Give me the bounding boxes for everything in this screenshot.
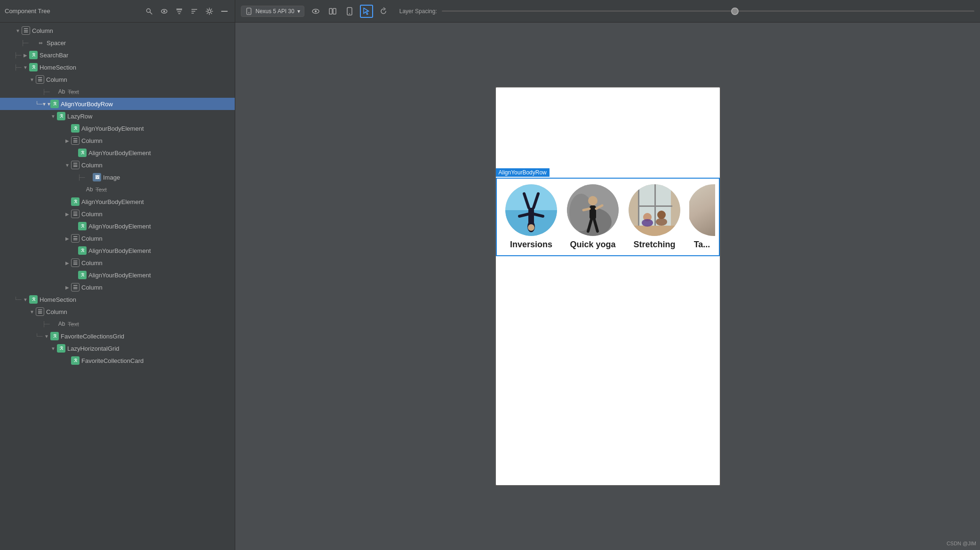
tree-item-column3[interactable]: ☰ Column	[0, 159, 235, 171]
arrow-column-hs2[interactable]	[28, 308, 36, 315]
tree-item-column-hs2[interactable]: ☰ Column	[0, 306, 235, 318]
tree-item-column7[interactable]: ☰ Column	[0, 281, 235, 293]
preview-eye-icon[interactable]	[309, 5, 322, 18]
preview-area: AlignYourBodyRow	[235, 23, 980, 550]
eye-icon[interactable]	[159, 6, 170, 17]
item-label-partial: Ta...	[694, 240, 710, 250]
arrow-column7[interactable]	[64, 283, 71, 291]
arrow-alignyourbodyrow[interactable]: ▼	[43, 100, 50, 108]
tree-item-text-hs2[interactable]: ├─ Ab Text	[0, 318, 235, 330]
tree-item-column6[interactable]: ☰ Column	[0, 257, 235, 269]
component-icon-alignelement1: ℛ	[71, 124, 80, 133]
tree-item-column2[interactable]: ☰ Column	[0, 134, 235, 147]
arrow-lazyhorizontalgrid[interactable]	[49, 345, 57, 352]
device-selector[interactable]: Nexus 5 API 30 ▾	[241, 6, 304, 17]
item-label-column-hs2: Column	[46, 308, 67, 315]
arrow-column3[interactable]	[64, 161, 71, 169]
item-label-alignyourbodyrow: AlignYourBodyRow	[61, 101, 113, 108]
column-icon6: ☰	[71, 259, 80, 267]
tree-item-alignelement3[interactable]: ℛ AlignYourBodyElement	[0, 196, 235, 208]
circle-stretching	[629, 184, 680, 236]
tree-item-alignelement2[interactable]: ℛ AlignYourBodyElement	[0, 147, 235, 159]
tree-item-searchbar[interactable]: ├─ ℛ SearchBar	[0, 49, 235, 61]
phone-outline-icon[interactable]	[343, 5, 356, 18]
item-label-inversions: Inversions	[510, 240, 552, 250]
tree-item-image[interactable]: ├─ 🖼 Image	[0, 171, 235, 183]
minimize-icon[interactable]	[219, 6, 230, 17]
column-icon: ☰	[22, 26, 30, 35]
tree-item-homesection2[interactable]: └─ ℛ HomeSection	[0, 293, 235, 306]
tree-item-homesection1[interactable]: ├─ ℛ HomeSection	[0, 61, 235, 73]
connector-text-hs2: ├─	[42, 321, 50, 327]
arrow-lazyrow[interactable]	[49, 112, 57, 120]
svg-point-16	[315, 10, 317, 12]
tree-item-lazyrow[interactable]: ℛ LazyRow	[0, 110, 235, 122]
item-label-alignelement4: AlignYourBodyElement	[88, 223, 151, 230]
arrow-alignelement6	[71, 271, 78, 279]
refresh-icon[interactable]	[377, 5, 390, 18]
column-icon3: ☰	[71, 161, 80, 169]
tree-item-alignelement5[interactable]: ℛ AlignYourBodyElement	[0, 244, 235, 257]
svg-rect-26	[528, 208, 534, 224]
item-label-homesection1: HomeSection	[40, 64, 76, 71]
arrow-homesection1[interactable]	[22, 63, 29, 71]
svg-point-53	[656, 218, 667, 226]
tree-item-favoritecollectioncard[interactable]: ℛ FavoriteCollectionCard	[0, 354, 235, 367]
tree-item-alignelement1[interactable]: ℛ AlignYourBodyElement	[0, 122, 235, 134]
arrow-homesection2[interactable]	[22, 296, 29, 303]
layer-spacing-slider[interactable]	[442, 7, 974, 16]
component-icon-alignelement5: ℛ	[78, 246, 87, 255]
svg-point-3	[163, 10, 165, 12]
arrow-column6[interactable]	[64, 259, 71, 267]
arrow-column2[interactable]	[64, 137, 71, 144]
tree-item-column4[interactable]: ☰ Column	[0, 208, 235, 220]
svg-point-31	[528, 224, 534, 231]
main-content: ☰ Column ├─ ⇔ Spacer ├─ ℛ SearchBar ├─ ℛ…	[0, 23, 980, 550]
arrow-searchbar[interactable]	[22, 51, 29, 59]
align-body-content: Inversions	[497, 179, 719, 255]
tree-item-text2[interactable]: Ab Text	[0, 183, 235, 196]
arrow-column-hs1[interactable]	[28, 76, 36, 83]
tree-item-lazyhorizontalgrid[interactable]: ℛ LazyHorizontalGrid	[0, 342, 235, 354]
tree-item-text-hs1[interactable]: ├─ Ab Text	[0, 86, 235, 98]
tree-item-alignelement6[interactable]: ℛ AlignYourBodyElement	[0, 269, 235, 281]
tree-item-alignyourbodyrow[interactable]: └─ ▼ ℛ AlignYourBodyRow	[0, 98, 235, 110]
component-icon-alignelement3: ℛ	[71, 197, 80, 206]
tree-item-alignelement4[interactable]: ℛ AlignYourBodyElement	[0, 220, 235, 232]
device-dropdown-icon[interactable]: ▾	[297, 8, 300, 15]
arrow-column4[interactable]	[64, 210, 71, 218]
component-tree-title: Component Tree	[5, 8, 50, 15]
tree-item-column-hs1[interactable]: ☰ Column	[0, 73, 235, 86]
arrow-favoritecollectionsgrid[interactable]	[43, 332, 50, 340]
arrow-column5[interactable]	[64, 235, 71, 242]
tree-item-spacer[interactable]: ├─ ⇔ Spacer	[0, 37, 235, 49]
sort-icon[interactable]	[189, 6, 200, 17]
arrow-alignelement2	[71, 149, 78, 157]
mirror-icon[interactable]	[326, 5, 339, 18]
item-label-stretching: Stretching	[633, 240, 675, 250]
arrow-favoritecollectioncard	[64, 357, 71, 364]
tree-item-column-root[interactable]: ☰ Column	[0, 24, 235, 37]
item-label-image: Image	[103, 174, 120, 181]
column-icon7: ☰	[71, 283, 80, 291]
tree-item-column5[interactable]: ☰ Column	[0, 232, 235, 244]
item-label-column4: Column	[81, 211, 103, 218]
connector-image: ├─	[78, 174, 85, 180]
text-icon-hs2: Ab	[57, 320, 66, 328]
item-label-lazyhorizontalgrid: LazyHorizontalGrid	[67, 345, 120, 352]
item-label-alignelement5: AlignYourBodyElement	[88, 247, 151, 254]
circle-inversions	[505, 184, 557, 236]
arrow-column-root[interactable]	[14, 27, 22, 34]
item-label-alignelement6: AlignYourBodyElement	[88, 272, 151, 279]
svg-line-39	[583, 209, 590, 210]
item-label-spacer: Spacer	[47, 39, 66, 47]
component-icon-alignelement6: ℛ	[78, 271, 87, 279]
filter-icon[interactable]	[174, 6, 185, 17]
component-icon-fav: ℛ	[50, 332, 59, 340]
item-label-column5: Column	[81, 235, 103, 242]
search-icon[interactable]	[143, 6, 155, 17]
cursor-icon[interactable]	[360, 5, 373, 18]
settings-icon[interactable]	[204, 6, 215, 17]
layer-spacing-label: Layer Spacing:	[399, 8, 437, 15]
tree-item-favoritecollectionsgrid[interactable]: └─ ℛ FavoriteCollectionsGrid	[0, 330, 235, 342]
